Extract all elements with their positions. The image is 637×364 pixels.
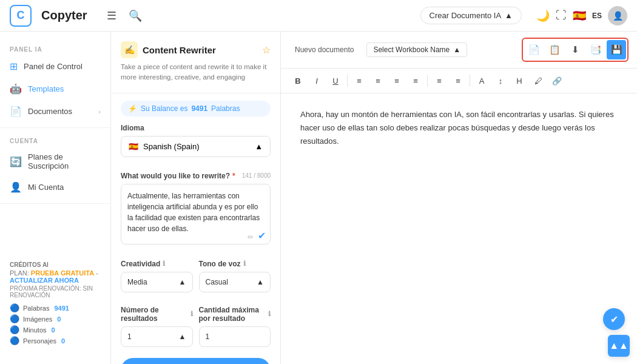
- mi-cuenta-icon: 👤: [10, 181, 22, 193]
- save-doc-icon[interactable]: 💾: [607, 40, 626, 59]
- update-plan-link[interactable]: ACTUALIZAR AHORA: [10, 277, 79, 284]
- link-button[interactable]: 🔗: [548, 72, 565, 89]
- plan-value: PLAN: PRUEBA GRATUITA - ACTUALIZAR AHORA: [10, 269, 101, 284]
- sidebar-item-templates[interactable]: 🤖 Templates: [0, 78, 110, 100]
- templates-icon: 🤖: [10, 83, 22, 95]
- create-doc-button[interactable]: Crear Documento IA ▲: [420, 7, 522, 24]
- sidebar-item-mi-cuenta[interactable]: 👤 Mi Cuenta: [0, 176, 110, 198]
- editor-top-bar: Nuevo documento Select Workbook Name ▲ 📄…: [281, 32, 637, 69]
- creatividad-tono-section: Creatividad ℹ Media ▲ Tono de voz ℹ: [111, 260, 280, 306]
- moon-icon[interactable]: 🌙: [536, 9, 550, 22]
- download-doc-icon[interactable]: ⬇: [565, 40, 585, 59]
- sidebar-item-panel-control[interactable]: ⊞ Panel de Control: [0, 55, 110, 78]
- credits-label: CRÉDITOS AI: [10, 261, 101, 268]
- imagenes-icon: 🔵: [10, 314, 19, 323]
- menu-icon[interactable]: ☰: [104, 7, 119, 25]
- sidebar-item-planes[interactable]: 🔄 Planes de Suscripción: [0, 147, 110, 176]
- editor-panel: Nuevo documento Select Workbook Name ▲ 📄…: [281, 32, 637, 364]
- credits-section: CRÉDITOS AI PLAN: PRUEBA GRATUITA - ACTU…: [0, 254, 110, 354]
- new-doc-icon[interactable]: 📄: [524, 40, 544, 59]
- bold-button[interactable]: B: [289, 72, 306, 89]
- panel-section-label: PANEL IA: [0, 41, 110, 55]
- num-results-section: Número de resultados ℹ 1 ▲ Cantidad máxi…: [111, 306, 280, 365]
- justify-button[interactable]: ≡: [407, 72, 424, 89]
- textarea-label: What would you like to rewrite? * 141 / …: [121, 172, 271, 180]
- doc-action-icons: 📄 📋 ⬇ 📑 💾: [522, 38, 629, 62]
- lang-flag: 🇪🇸: [129, 142, 138, 151]
- plan-name: PLAN:: [10, 269, 29, 277]
- tool-title: Content Rewriter: [143, 45, 257, 55]
- tono-select[interactable]: Casual ▲: [199, 272, 271, 292]
- search-icon[interactable]: 🔍: [126, 7, 144, 25]
- fmt-divider: [347, 75, 348, 87]
- workbook-select[interactable]: Select Workbook Name ▲: [366, 42, 467, 57]
- editor-right-panel: Nuevo documento Select Workbook Name ▲ 📄…: [281, 32, 637, 364]
- chevron-down-icon: ▲: [257, 278, 264, 286]
- copy-doc-icon[interactable]: 📋: [545, 40, 564, 59]
- char-count: 141 / 8000: [242, 172, 271, 179]
- scroll-to-top-button[interactable]: ▲▲: [608, 335, 630, 357]
- align-left-button[interactable]: ≡: [351, 72, 368, 89]
- chevron-up-icon: ▲: [179, 332, 186, 341]
- textarea-section: What would you like to rewrite? * 141 / …: [111, 172, 280, 260]
- sidebar-item-label: Planes de Suscripción: [28, 152, 101, 170]
- font-color-button[interactable]: A: [473, 72, 490, 89]
- underline-button[interactable]: U: [327, 72, 344, 89]
- align-center-button[interactable]: ≡: [369, 72, 386, 89]
- creatividad-info-icon[interactable]: ℹ: [163, 260, 165, 268]
- multi-doc-icon[interactable]: 📑: [586, 40, 605, 59]
- tool-header: ✍️ Content Rewriter ☆ Take a piece of co…: [111, 32, 280, 93]
- align-right-button[interactable]: ≡: [388, 72, 405, 89]
- idioma-section: Idioma 🇪🇸 Spanish (Spain) ▲: [111, 124, 280, 172]
- generate-button[interactable]: GENERAR TEXTO: [121, 358, 271, 365]
- list-unordered-button[interactable]: ≡: [450, 72, 467, 89]
- favorite-star-icon[interactable]: ☆: [262, 44, 271, 56]
- num-results-label: Número de resultados ℹ: [121, 306, 193, 323]
- editor-content[interactable]: Ahora, hay un montón de herramientas con…: [281, 93, 637, 364]
- language-label[interactable]: ES: [592, 12, 602, 20]
- cuenta-section-label: CUENTA: [0, 133, 110, 147]
- credits-minutos: 🔵 Minutos 0: [10, 325, 101, 334]
- sidebar-divider: [0, 127, 110, 128]
- max-qty-label: Cantidad máxima por resultado ℹ: [199, 306, 271, 323]
- palabras-icon: 🔵: [10, 303, 19, 312]
- credits-personajes: 🔵 Personajes 0: [10, 336, 101, 345]
- line-height-button[interactable]: ↕: [492, 72, 509, 89]
- creatividad-select[interactable]: Media ▲: [121, 272, 193, 292]
- main-layout: PANEL IA ⊞ Panel de Control 🤖 Templates …: [0, 32, 637, 364]
- chevron-up-icon: ▲: [505, 11, 513, 20]
- list-ordered-button[interactable]: ≡: [431, 72, 448, 89]
- renewal-label: PRÓXIMA RENOVACIÓN: SIN RENOVACIÓN: [10, 285, 101, 298]
- required-indicator: *: [232, 172, 235, 180]
- heading-button[interactable]: H: [511, 72, 528, 89]
- documentos-icon: 📄: [10, 106, 22, 117]
- sidebar-item-documentos[interactable]: 📄 Documentos ›: [0, 100, 110, 123]
- num-results-select[interactable]: 1 ▲: [121, 326, 193, 347]
- lang-name: Spanish (Spain): [143, 142, 200, 151]
- doc-name[interactable]: Nuevo documento: [289, 42, 359, 57]
- planes-icon: 🔄: [10, 156, 22, 167]
- sidebar-item-label: Templates: [28, 84, 64, 93]
- editor-text: Ahora, hay un montón de herramientas con…: [300, 108, 618, 148]
- format-toolbar: B I U ≡ ≡ ≡ ≡ ≡ ≡ A ↕ H 🖊 🔗: [281, 69, 637, 93]
- balance-value: 9491: [191, 104, 207, 113]
- tool-description: Take a piece of content and rewrite it t…: [121, 62, 271, 83]
- italic-button[interactable]: I: [308, 72, 325, 89]
- tool-panel: ✍️ Content Rewriter ☆ Take a piece of co…: [111, 32, 281, 364]
- textarea-wrap: Actualmente, las herramientas con inteli…: [121, 184, 271, 246]
- expand-icon[interactable]: ⛶: [556, 9, 567, 22]
- edit-icon: ✏: [248, 233, 254, 241]
- num-results-info-icon[interactable]: ℹ: [190, 310, 193, 318]
- language-flag[interactable]: 🇪🇸: [573, 9, 586, 22]
- chevron-right-icon: ›: [98, 108, 101, 115]
- floating-check-button[interactable]: ✔: [603, 308, 625, 330]
- tono-info-icon[interactable]: ℹ: [243, 260, 246, 268]
- avatar[interactable]: 👤: [608, 6, 627, 25]
- max-qty-select[interactable]: 1: [199, 326, 271, 347]
- sidebar-item-label: Documentos: [28, 107, 72, 116]
- tool-icon: ✍️: [121, 41, 138, 58]
- lightning-icon: ⚡: [128, 104, 137, 113]
- max-qty-info-icon[interactable]: ℹ: [268, 310, 271, 318]
- language-select[interactable]: 🇪🇸 Spanish (Spain) ▲: [121, 136, 271, 157]
- pen-tool-button[interactable]: 🖊: [530, 72, 547, 89]
